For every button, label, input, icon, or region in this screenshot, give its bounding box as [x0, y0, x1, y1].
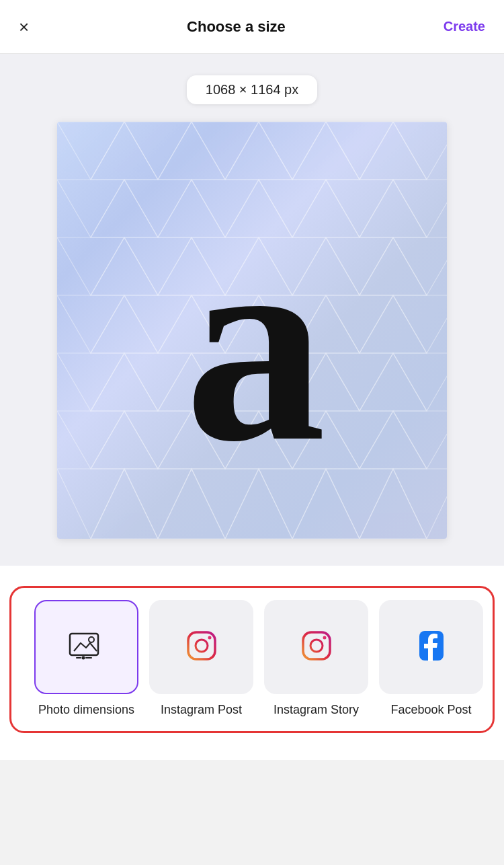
svg-point-87 [323, 636, 326, 640]
svg-marker-72 [91, 469, 158, 539]
svg-marker-9 [292, 122, 360, 180]
category-label-facebook-post: Facebook Post [390, 702, 471, 718]
svg-rect-77 [70, 634, 98, 655]
svg-marker-39 [91, 295, 158, 353]
svg-marker-32 [360, 237, 427, 295]
svg-marker-61 [91, 411, 158, 469]
svg-marker-50 [91, 353, 158, 411]
category-card-facebook-post[interactable] [379, 600, 483, 694]
svg-marker-43 [360, 295, 427, 353]
svg-marker-37 [326, 295, 393, 353]
category-item-instagram-story[interactable]: Instagram Story [264, 600, 368, 718]
svg-point-78 [89, 637, 94, 642]
svg-marker-66 [57, 469, 124, 539]
category-card-photo-dimensions[interactable] [34, 600, 138, 694]
svg-marker-8 [225, 122, 292, 180]
svg-marker-5 [393, 122, 447, 180]
svg-marker-27 [393, 237, 447, 295]
svg-rect-85 [303, 632, 330, 659]
preview-letter: a [185, 202, 319, 485]
bottom-panel: Photo dimensions [0, 566, 504, 760]
svg-marker-67 [124, 469, 192, 539]
category-item-photo-dimensions[interactable]: Photo dimensions [34, 600, 138, 718]
svg-marker-71 [393, 469, 447, 539]
svg-point-84 [208, 636, 211, 640]
svg-marker-16 [393, 180, 447, 237]
category-label-instagram-story: Instagram Story [274, 702, 359, 718]
svg-marker-21 [360, 180, 427, 237]
svg-marker-7 [158, 122, 225, 180]
close-button[interactable]: × [19, 18, 29, 36]
svg-point-86 [310, 640, 323, 652]
svg-marker-70 [326, 469, 393, 539]
dimensions-badge: 1068 × 1164 px [187, 75, 317, 104]
category-card-instagram-story[interactable] [264, 600, 368, 694]
category-item-instagram-post[interactable]: Instagram Post [149, 600, 253, 718]
facebook-post-icon [414, 628, 449, 666]
svg-marker-22 [57, 237, 124, 295]
svg-marker-45 [124, 353, 192, 411]
svg-marker-1 [124, 122, 192, 180]
categories-row: Photo dimensions [18, 600, 486, 718]
svg-marker-76 [360, 469, 427, 539]
canvas-preview: .tl { fill: none; stroke: rgba(255,255,2… [57, 122, 447, 539]
category-card-instagram-post[interactable] [149, 600, 253, 694]
svg-marker-0 [57, 122, 124, 180]
categories-highlight: Photo dimensions [9, 586, 495, 733]
svg-marker-12 [124, 180, 192, 237]
svg-marker-11 [57, 180, 124, 237]
svg-point-83 [196, 640, 208, 652]
page-title: Choose a size [187, 18, 286, 36]
svg-marker-15 [326, 180, 393, 237]
svg-marker-34 [124, 295, 192, 353]
category-item-facebook-post[interactable]: Facebook Post [379, 600, 483, 718]
svg-marker-56 [124, 411, 192, 469]
svg-marker-10 [360, 122, 427, 180]
svg-point-79 [81, 656, 85, 660]
svg-marker-55 [57, 411, 124, 469]
svg-marker-28 [91, 237, 158, 295]
svg-marker-49 [393, 353, 447, 411]
svg-marker-4 [326, 122, 393, 180]
svg-marker-65 [360, 411, 427, 469]
svg-marker-44 [57, 353, 124, 411]
instagram-post-icon [184, 628, 219, 666]
svg-marker-60 [393, 411, 447, 469]
svg-marker-54 [360, 353, 427, 411]
svg-marker-59 [326, 411, 393, 469]
svg-marker-26 [326, 237, 393, 295]
category-label-instagram-post: Instagram Post [161, 702, 242, 718]
photo-dimensions-icon [69, 631, 105, 663]
svg-marker-38 [393, 295, 447, 353]
svg-marker-2 [192, 122, 259, 180]
preview-area: 1068 × 1164 px .tl { fill: none; stroke:… [0, 54, 504, 566]
svg-marker-3 [259, 122, 326, 180]
header: × Choose a size Create [0, 0, 504, 54]
svg-marker-6 [91, 122, 158, 180]
instagram-story-icon [299, 628, 334, 666]
category-label-photo-dimensions: Photo dimensions [38, 702, 134, 718]
create-button[interactable]: Create [444, 19, 485, 34]
svg-marker-17 [91, 180, 158, 237]
svg-rect-82 [188, 632, 215, 659]
svg-marker-23 [124, 237, 192, 295]
canvas-background: .tl { fill: none; stroke: rgba(255,255,2… [57, 122, 447, 539]
svg-marker-33 [57, 295, 124, 353]
svg-marker-48 [326, 353, 393, 411]
